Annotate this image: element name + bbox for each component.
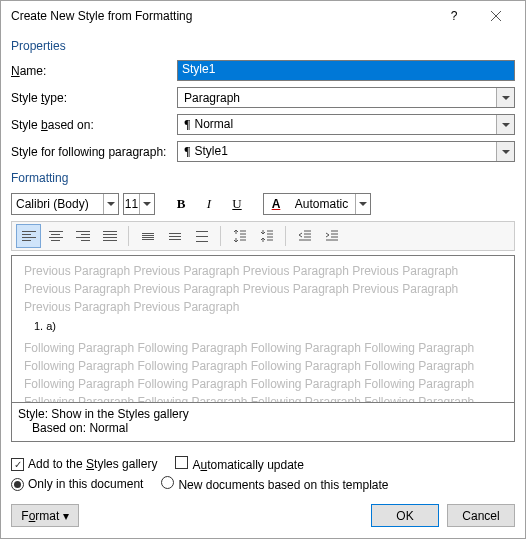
help-button[interactable]: ? <box>433 3 475 29</box>
preview-previous: Previous Paragraph Previous Paragraph Pr… <box>24 262 502 316</box>
description-box: Style: Show in the Styles gallery Based … <box>11 402 515 442</box>
close-button[interactable] <box>475 3 517 29</box>
name-input[interactable]: Style1 <box>177 60 515 81</box>
decrease-indent-button[interactable] <box>292 224 317 248</box>
italic-button[interactable]: I <box>197 193 221 215</box>
description-line2: Based on: Normal <box>18 421 508 435</box>
preview-numbering: 1. a) <box>34 318 502 335</box>
close-icon <box>488 8 504 24</box>
based-on-select[interactable]: ¶Normal <box>177 114 515 135</box>
label-style-type: Style type: <box>11 91 177 105</box>
bottom-options: Add to the Styles gallery Automatically … <box>11 452 515 496</box>
chevron-down-icon <box>496 88 514 107</box>
color-swatch: A <box>264 197 288 211</box>
new-documents-radio[interactable]: New documents based on this template <box>161 476 388 492</box>
label-based-on: Style based on: <box>11 118 177 132</box>
font-toolbar: Calibri (Body) 11 B I U A Automatic <box>11 193 515 215</box>
dialog-content: Properties Name: Style1 Style type: Para… <box>1 31 525 538</box>
radio-icon <box>11 478 24 491</box>
only-this-document-radio[interactable]: Only in this document <box>11 477 143 491</box>
dialog-title: Create New Style from Formatting <box>11 9 433 23</box>
auto-update-checkbox[interactable]: Automatically update <box>175 456 303 472</box>
spacing-1-5-button[interactable] <box>162 224 187 248</box>
checkbox-icon <box>175 456 188 469</box>
cancel-button[interactable]: Cancel <box>447 504 515 527</box>
chevron-down-icon <box>139 194 154 214</box>
button-row: Format ▾ OK Cancel <box>11 504 515 527</box>
dialog: Create New Style from Formatting ? Prope… <box>0 0 526 539</box>
label-name: Name: <box>11 64 177 78</box>
indent-left-icon <box>297 228 313 244</box>
preview-following: Following Paragraph Following Paragraph … <box>24 339 502 404</box>
space-before-dec-button[interactable] <box>254 224 279 248</box>
chevron-down-icon <box>496 115 514 134</box>
checkbox-icon <box>11 458 24 471</box>
bold-button[interactable]: B <box>169 193 193 215</box>
align-right-button[interactable] <box>70 224 95 248</box>
section-formatting: Formatting <box>11 171 515 185</box>
underline-button[interactable]: U <box>225 193 249 215</box>
preview-pane: Previous Paragraph Previous Paragraph Pr… <box>11 255 515 403</box>
chevron-down-icon <box>496 142 514 161</box>
radio-icon <box>161 476 174 489</box>
align-justify-button[interactable] <box>97 224 122 248</box>
chevron-down-icon <box>103 194 118 214</box>
spacing-2-button[interactable] <box>189 224 214 248</box>
chevron-down-icon <box>355 194 370 214</box>
paragraph-toolbar <box>11 221 515 251</box>
space-before-inc-button[interactable] <box>227 224 252 248</box>
font-color-select[interactable]: A Automatic <box>263 193 371 215</box>
titlebar: Create New Style from Formatting ? <box>1 1 525 31</box>
format-button[interactable]: Format ▾ <box>11 504 79 527</box>
style-type-select[interactable]: Paragraph <box>177 87 515 108</box>
description-line1: Style: Show in the Styles gallery <box>18 407 508 421</box>
following-select[interactable]: ¶Style1 <box>177 141 515 162</box>
font-size-select[interactable]: 11 <box>123 193 155 215</box>
font-select[interactable]: Calibri (Body) <box>11 193 119 215</box>
add-to-gallery-checkbox[interactable]: Add to the Styles gallery <box>11 457 157 471</box>
indent-right-icon <box>324 228 340 244</box>
arrows-in-icon <box>259 228 275 244</box>
align-left-button[interactable] <box>16 224 41 248</box>
align-center-button[interactable] <box>43 224 68 248</box>
spacing-1-button[interactable] <box>135 224 160 248</box>
arrows-updown-icon <box>232 228 248 244</box>
ok-button[interactable]: OK <box>371 504 439 527</box>
label-following: Style for following paragraph: <box>11 145 177 159</box>
increase-indent-button[interactable] <box>319 224 344 248</box>
section-properties: Properties <box>11 39 515 53</box>
